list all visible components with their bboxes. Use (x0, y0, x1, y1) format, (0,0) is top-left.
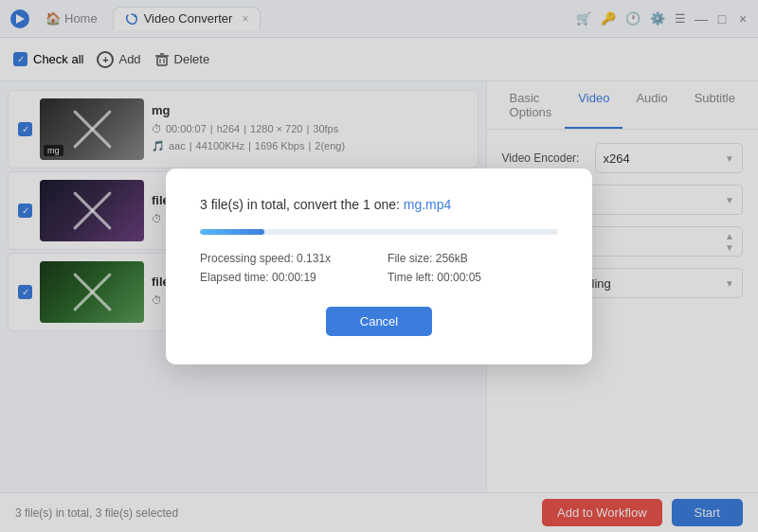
modal-title: 3 file(s) in total, convert the 1 one: m… (200, 197, 558, 212)
time-left: Time left: 00:00:05 (388, 271, 481, 284)
modal-stats-left: Processing speed: 0.131x Elapsed time: 0… (200, 252, 331, 284)
modal-filename: mg.mp4 (404, 197, 452, 212)
processing-speed: Processing speed: 0.131x (200, 252, 331, 265)
cancel-button[interactable]: Cancel (326, 307, 432, 336)
modal-title-text: 3 file(s) in total, convert the 1 one: (200, 197, 404, 212)
elapsed-time: Elapsed time: 00:00:19 (200, 271, 331, 284)
modal-stats-right: File size: 256kB Time left: 00:00:05 (388, 252, 481, 284)
progress-bar-container (200, 229, 558, 235)
progress-bar-fill (200, 229, 264, 235)
progress-modal: 3 file(s) in total, convert the 1 one: m… (166, 168, 592, 364)
modal-stats: Processing speed: 0.131x Elapsed time: 0… (200, 252, 558, 284)
file-size: File size: 256kB (388, 252, 481, 265)
modal-overlay: 3 file(s) in total, convert the 1 one: m… (0, 0, 758, 532)
